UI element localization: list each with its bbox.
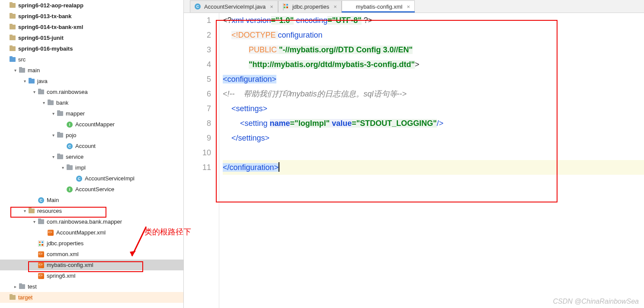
tree-item-label: spring6-012-aop-realapp xyxy=(18,2,83,9)
tree-item[interactable]: common.xml xyxy=(0,249,183,260)
editor-tab[interactable]: mybatis-config.xml× xyxy=(342,0,415,13)
prop-icon xyxy=(37,240,45,247)
line-number: 8 xyxy=(184,116,211,131)
code-token: <? xyxy=(223,16,232,25)
code-token: <!DOCTYPE xyxy=(231,31,278,39)
tree-item-label: mapper xyxy=(66,110,85,117)
tree-item[interactable]: ▾pojo xyxy=(0,130,183,141)
tab-label: jdbc.properties xyxy=(292,3,329,10)
tree-item-label: spring6.xml xyxy=(47,273,75,279)
folder-grey-icon xyxy=(66,164,74,171)
tree-item-label: java xyxy=(37,78,48,84)
tree-item[interactable]: IAccountMapper xyxy=(0,119,183,130)
tree-item[interactable]: IAccountService xyxy=(0,184,183,195)
line-number: 9 xyxy=(184,131,211,145)
tree-item[interactable]: ▾com.rainbowsea xyxy=(0,87,183,97)
tree-item[interactable]: mybatis-config.xml xyxy=(0,260,183,270)
tree-item[interactable]: spring6-016-mybaits xyxy=(0,43,183,54)
tree-item[interactable]: CAccount xyxy=(0,141,183,151)
tree-item-label: com.rainbowsea.bank.mapper xyxy=(47,218,122,225)
expand-arrow-icon[interactable]: ▾ xyxy=(50,111,56,116)
line-number: 11 xyxy=(184,160,211,175)
tree-item[interactable]: ▾main xyxy=(0,65,183,76)
code-token: encoding xyxy=(294,16,327,25)
code-token: </settings> xyxy=(231,134,269,142)
expand-arrow-icon[interactable]: ▾ xyxy=(60,165,66,170)
editor-tab[interactable]: CAccountServiceImpl.java× xyxy=(190,0,278,13)
folder-icon xyxy=(9,35,16,42)
tree-item-label: Main xyxy=(47,197,59,203)
tree-item-label: spring6-015-junit xyxy=(18,35,64,41)
tree-item[interactable]: ▾resources xyxy=(0,205,183,216)
tree-item-label: spring6-013-tx-bank xyxy=(18,13,72,19)
expand-arrow-icon[interactable]: ▸ xyxy=(12,284,18,289)
tree-item[interactable]: ▾java xyxy=(0,76,183,87)
circle-i-icon: I xyxy=(66,186,74,193)
line-number: 10 xyxy=(184,145,211,160)
expand-arrow-icon[interactable]: ▾ xyxy=(22,79,28,83)
close-icon[interactable]: × xyxy=(333,3,337,10)
circle-i-icon: I xyxy=(66,121,74,128)
tree-item[interactable]: CMain xyxy=(0,195,183,205)
annotation-label: 类的根路径下 xyxy=(144,227,191,237)
tree-item[interactable]: spring6-015-junit xyxy=(0,32,183,43)
tab-label: mybatis-config.xml xyxy=(356,3,403,10)
tree-item[interactable]: spring6.xml xyxy=(0,270,183,281)
tree-item-label: service xyxy=(66,154,83,160)
tree-item[interactable]: jdbc.properties xyxy=(0,238,183,249)
tree-item[interactable]: ▾com.rainbowsea.bank.mapper xyxy=(0,216,183,227)
folder-grey-icon xyxy=(56,132,64,139)
expand-arrow-icon[interactable]: ▾ xyxy=(50,154,56,159)
circle-c-icon: C xyxy=(75,175,83,182)
line-number: 2 xyxy=(184,28,211,42)
tree-item[interactable]: spring6-014-tx-bank-xml xyxy=(0,22,183,32)
tree-item[interactable]: target xyxy=(0,292,183,303)
folder-blue-icon xyxy=(9,56,16,63)
tree-item-label: src xyxy=(18,56,26,63)
tree-item[interactable]: spring6-012-aop-realapp xyxy=(0,0,183,11)
expand-arrow-icon[interactable]: ▾ xyxy=(31,219,37,224)
expand-arrow-icon[interactable]: ▾ xyxy=(12,68,18,73)
folder-grey-icon xyxy=(18,283,26,290)
folder-icon xyxy=(9,13,16,20)
editor-tab[interactable]: jdbc.properties× xyxy=(278,0,342,13)
project-tree[interactable]: spring6-012-aop-realappspring6-013-tx-ba… xyxy=(0,0,184,308)
tree-item[interactable]: spring6-013-tx-bank xyxy=(0,11,183,22)
code-token: <!-- 帮助我们打印mybatis的日志信息。sql语句等--> xyxy=(223,90,407,98)
tree-item[interactable]: ▾impl xyxy=(0,162,183,173)
code-token: "http://mybatis.org/dtd/mybatis-3-config… xyxy=(249,60,415,69)
code-token: value xyxy=(330,119,352,128)
tree-item[interactable]: ▾bank xyxy=(0,97,183,108)
expand-arrow-icon[interactable]: ▾ xyxy=(31,90,37,94)
tree-item[interactable]: CAccountServiceImpl xyxy=(0,173,183,184)
code-token: configuration xyxy=(278,31,323,39)
close-icon[interactable]: × xyxy=(270,3,273,10)
tree-item[interactable]: ▾mapper xyxy=(0,108,183,119)
expand-arrow-icon[interactable]: ▾ xyxy=(22,209,28,213)
code-body[interactable]: <?xml version="1.0" encoding="UTF-8" ?> … xyxy=(219,13,644,308)
tree-item[interactable]: ▸test xyxy=(0,281,183,292)
code-token: ="logImpl" xyxy=(290,119,330,128)
tree-item-label: target xyxy=(18,294,32,301)
folder-icon xyxy=(28,208,35,215)
tree-item-label: AccountServiceImpl xyxy=(85,175,135,182)
close-icon[interactable]: × xyxy=(407,3,410,10)
tree-item[interactable]: src xyxy=(0,54,183,65)
folder-grey-icon xyxy=(37,218,45,225)
code-token: </configuration> xyxy=(223,163,279,172)
expand-arrow-icon[interactable]: ▾ xyxy=(50,133,56,138)
code-token: <configuration> xyxy=(223,75,276,83)
code-area[interactable]: 1234567891011 <?xml version="1.0" encodi… xyxy=(184,13,644,308)
expand-arrow-icon[interactable]: ▾ xyxy=(41,100,47,105)
code-token: ="1.0" xyxy=(271,16,294,25)
editor-tabs: CAccountServiceImpl.java×jdbc.properties… xyxy=(184,0,644,13)
tree-item[interactable]: ▾service xyxy=(0,151,183,162)
code-token: PUBLIC xyxy=(249,45,279,54)
folder-icon xyxy=(9,2,16,9)
folder-icon xyxy=(9,294,16,301)
tree-item-label: Account xyxy=(75,143,96,149)
code-token: "-//mybatis.org//DTD Config 3.0//EN" xyxy=(279,45,413,54)
code-token: /> xyxy=(437,119,444,128)
tree-item-label: AccountMapper.xml xyxy=(56,229,106,236)
prop-icon xyxy=(283,3,290,10)
